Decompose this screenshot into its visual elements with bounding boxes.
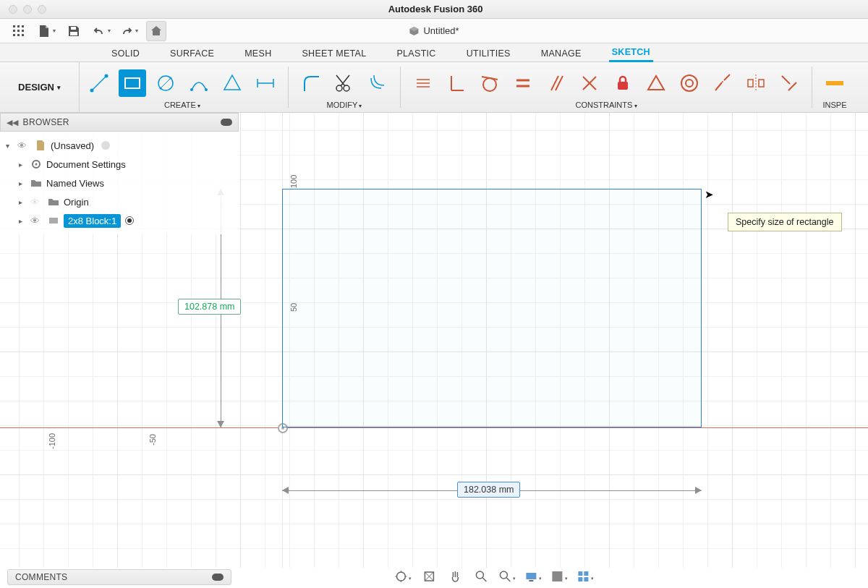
parallel-constraint[interactable] [542,69,570,97]
arc-tool[interactable] [185,69,213,97]
active-component-icon[interactable] [125,216,134,225]
document-tab[interactable]: Untitled* [409,25,459,36]
display-settings-button[interactable] [524,568,542,584]
tab-mesh[interactable]: MESH [242,46,274,61]
svg-point-19 [190,88,193,91]
tab-solid[interactable]: SOLID [109,46,142,61]
offset-tool[interactable] [364,69,391,97]
trim-tool[interactable] [331,69,358,97]
perpendicular-constraint[interactable] [576,69,603,97]
tree-named-views[interactable]: Named Views [6,174,233,192]
fillet-tool[interactable] [297,69,325,97]
create-label[interactable]: CREATE [164,101,200,111]
tab-sketch[interactable]: SKETCH [609,44,653,62]
symmetry-constraint[interactable] [742,69,770,97]
dimension-tool[interactable] [252,69,279,97]
svg-rect-46 [748,80,753,87]
home-button[interactable] [146,21,166,41]
redo-button[interactable] [119,21,139,41]
svg-rect-5 [22,30,24,32]
line-tool[interactable] [85,69,113,97]
zoom-window-button[interactable] [498,568,516,584]
minimize-window-icon[interactable] [23,5,32,14]
component-icon [48,215,59,226]
browser-title: BROWSER [23,117,69,127]
navigation-toolbar [393,568,595,585]
width-dimension-input[interactable]: 182.038 mm [457,482,520,498]
svg-rect-3 [13,30,15,32]
modify-label[interactable]: MODIFY [326,101,362,111]
document-icon [35,140,46,151]
tangent-constraint[interactable] [476,69,503,97]
tree-doc-settings[interactable]: Document Settings [6,155,233,174]
app-grid-icon[interactable] [9,21,29,41]
svg-rect-62 [552,571,562,581]
grid-settings-button[interactable] [550,568,569,584]
ruler-y-100: 100 [289,175,298,188]
circle-tool[interactable] [152,69,179,97]
tab-sheet-metal[interactable]: SHEET METAL [299,46,369,61]
collapse-icon[interactable]: ◀◀ [7,118,19,127]
comments-label: COMMENTS [15,572,67,582]
tree-root[interactable]: 👁 (Unsaved) [6,136,233,155]
horizontal-constraint[interactable] [409,69,437,97]
folder-icon [30,177,42,189]
new-file-button[interactable] [36,21,56,41]
browser-toggle-icon[interactable] [221,119,232,126]
eye-off-icon[interactable]: 👁 [30,197,43,208]
constraints-label[interactable]: CONSTRAINTS [575,101,637,111]
ruler-x-neg50: -50 [148,434,157,446]
maximize-window-icon[interactable] [38,5,46,14]
inspect-label: INSPE [822,101,846,111]
folder-icon [48,196,59,208]
height-dimension-input[interactable]: 102.878 mm [178,299,241,315]
orbit-button[interactable] [393,568,412,584]
sketch-rectangle[interactable] [282,189,702,427]
app-title: Autodesk Fusion 360 [46,4,825,14]
status-dot-icon [101,141,110,150]
collinear-constraint[interactable] [709,69,736,97]
comments-panel[interactable]: COMMENTS [7,569,231,585]
tooltip: Specify size of rectangle [728,213,842,231]
midpoint-constraint[interactable] [642,69,670,97]
svg-rect-53 [49,218,58,223]
vertical-constraint[interactable] [443,69,470,97]
equal-constraint[interactable] [509,69,537,97]
viewport-layout-button[interactable] [576,568,595,584]
inspect-tool[interactable] [821,69,848,97]
look-at-button[interactable] [420,568,438,584]
browser-header[interactable]: ◀◀ BROWSER [0,113,239,132]
tab-surface[interactable]: SURFACE [167,46,217,61]
pan-button[interactable] [446,568,464,584]
concentric-constraint[interactable] [676,69,703,97]
tree-component[interactable]: 👁 2x8 Block:1 [6,211,233,230]
tree-origin[interactable]: 👁 Origin [6,192,233,211]
workspace-switcher[interactable]: DESIGN [0,62,80,112]
quick-access-toolbar: Untitled* [0,19,868,43]
svg-point-18 [170,77,172,79]
eye-icon[interactable]: 👁 [17,140,30,151]
svg-point-54 [396,572,405,581]
curvature-constraint[interactable] [775,69,803,97]
close-window-icon[interactable] [9,5,17,14]
fix-constraint[interactable] [609,69,637,97]
rectangle-tool[interactable] [119,69,146,97]
polygon-tool[interactable] [218,69,246,97]
svg-line-48 [782,76,790,84]
svg-rect-9 [71,27,76,30]
svg-rect-6 [13,34,15,36]
svg-line-43 [724,74,730,80]
svg-rect-14 [125,78,140,88]
svg-point-58 [500,571,507,579]
tab-utilities[interactable]: UTILITIES [464,46,514,61]
toolgroup-constraints: CONSTRAINTS [404,62,809,112]
undo-button[interactable] [91,21,111,41]
save-button[interactable] [64,21,84,41]
comments-toggle-icon[interactable] [212,574,224,581]
tab-manage[interactable]: MANAGE [538,46,584,61]
svg-point-52 [35,163,38,166]
svg-point-17 [160,87,162,89]
eye-icon[interactable]: 👁 [30,216,43,226]
zoom-button[interactable] [472,568,490,584]
tab-plastic[interactable]: PLASTIC [393,46,438,61]
